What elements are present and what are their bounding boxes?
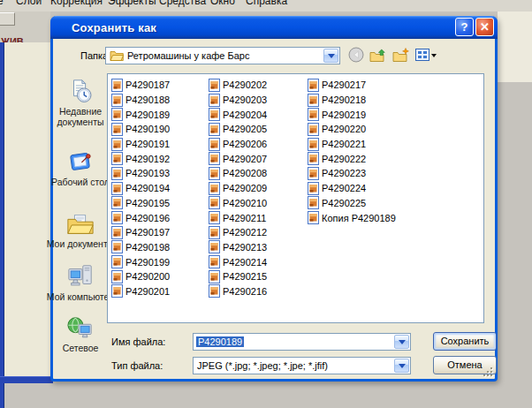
jpeg-file-icon — [308, 152, 319, 165]
jpeg-file-icon — [308, 196, 319, 209]
file-item[interactable]: P4290215 — [209, 269, 267, 284]
dialog-title: Сохранить как — [50, 21, 156, 34]
background-window — [4, 42, 50, 378]
file-list[interactable]: P4290187P4290188P4290189P4290190P4290191… — [107, 73, 484, 323]
menu-item[interactable]: Средства — [159, 0, 206, 7]
file-item[interactable]: P4290192 — [111, 151, 170, 166]
folder-combobox[interactable]: Ретромашины у кафе Барс — [105, 47, 340, 64]
menu-item[interactable]: Коррекция — [50, 0, 103, 7]
close-icon[interactable]: ✕ — [475, 18, 494, 36]
file-item[interactable]: P4290214 — [209, 254, 267, 269]
menu-item[interactable]: Слои — [16, 0, 42, 7]
file-item[interactable]: P4290216 — [209, 284, 267, 299]
chevron-down-icon[interactable] — [323, 49, 338, 63]
resize-grip[interactable] — [483, 366, 493, 377]
file-item[interactable]: P4290203 — [209, 93, 267, 108]
desktop-icon — [67, 147, 94, 175]
jpeg-file-icon — [111, 196, 123, 209]
help-icon[interactable]: ? — [455, 18, 474, 36]
file-item[interactable]: P4290187 — [111, 78, 170, 93]
places-item[interactable]: Мои документы — [55, 208, 106, 249]
jpeg-file-icon — [111, 182, 123, 195]
file-item[interactable]: P4290212 — [209, 225, 267, 240]
file-item[interactable]: P4290199 — [111, 254, 170, 269]
file-name: P4290201 — [125, 286, 170, 297]
file-item[interactable]: P4290217 — [308, 78, 396, 93]
dialog-titlebar[interactable]: Сохранить как ? ✕ — [50, 16, 498, 39]
my-documents-icon — [66, 208, 95, 237]
background-panel-right — [498, 11, 532, 82]
file-item[interactable]: P4290209 — [209, 181, 267, 196]
menu-item[interactable]: Окно — [210, 0, 235, 7]
filename-input[interactable]: P4290189 — [193, 333, 411, 351]
jpeg-file-icon — [209, 226, 220, 239]
file-item[interactable]: P4290189 — [111, 107, 170, 122]
file-item[interactable]: P4290198 — [111, 240, 170, 255]
file-item[interactable]: P4290223 — [308, 166, 396, 181]
file-item[interactable]: P4290222 — [308, 151, 396, 166]
filetype-combobox[interactable]: JPEG (*.jpg; *.jpeg; *.jpe; *.jfif) — [193, 357, 411, 374]
file-item[interactable]: P4290197 — [111, 225, 170, 240]
chevron-down-icon[interactable] — [394, 359, 409, 373]
file-item[interactable]: P4290211 — [209, 210, 267, 225]
file-item[interactable]: P4290205 — [209, 122, 267, 137]
back-icon[interactable] — [348, 47, 364, 63]
filename-value: P4290189 — [196, 336, 244, 347]
file-item[interactable]: P4290190 — [111, 122, 170, 137]
places-item[interactable]: Сетевое — [55, 313, 106, 353]
new-folder-icon[interactable] — [392, 48, 410, 63]
menu-item[interactable]: Справка — [246, 0, 287, 7]
file-item[interactable]: P4290208 — [209, 166, 267, 181]
file-name: P4290200 — [125, 271, 170, 282]
file-item[interactable]: P4290220 — [308, 122, 396, 137]
file-name: P4290195 — [125, 198, 170, 208]
file-item[interactable]: P4290225 — [308, 196, 396, 211]
up-one-level-icon[interactable] — [369, 48, 387, 63]
save-as-dialog: Сохранить как ? ✕ Папка: Ретромашины у к… — [50, 16, 498, 382]
jpeg-file-icon — [308, 94, 319, 107]
file-name: P4290210 — [223, 198, 267, 208]
file-item[interactable]: P4290194 — [111, 181, 170, 196]
file-name: P4290197 — [125, 227, 170, 238]
jpeg-file-icon — [209, 152, 220, 165]
save-button[interactable]: Сохранить — [433, 332, 497, 351]
view-menu-icon[interactable] — [415, 49, 437, 61]
file-item[interactable]: P4290195 — [111, 196, 170, 211]
file-item[interactable]: P4290191 — [111, 137, 170, 152]
file-item[interactable]: P4290196 — [111, 210, 170, 225]
file-item[interactable]: P4290188 — [111, 93, 170, 108]
file-item[interactable]: Копия P4290189 — [308, 210, 396, 225]
file-item[interactable]: P4290200 — [111, 269, 170, 284]
places-item[interactable]: Рабочий стол — [55, 147, 106, 187]
chevron-down-icon[interactable] — [394, 335, 409, 349]
file-name: P4290208 — [223, 168, 267, 178]
file-item[interactable]: P4290210 — [209, 196, 267, 211]
file-item[interactable]: P4290201 — [111, 284, 170, 299]
places-bar: Недавние документыРабочий столМои докуме… — [55, 72, 106, 353]
file-item[interactable]: P4290213 — [209, 240, 267, 255]
places-item[interactable]: Мой компьютер — [55, 261, 106, 302]
file-item[interactable]: P4290202 — [209, 78, 267, 93]
file-name: P4290198 — [125, 242, 170, 253]
filetype-label: Тип файла: — [111, 360, 163, 371]
file-item[interactable]: P4290193 — [111, 166, 170, 181]
jpeg-file-icon — [209, 94, 220, 107]
file-name: P4290194 — [125, 183, 170, 193]
places-item-label: Сетевое — [40, 343, 121, 353]
file-item[interactable]: P4290207 — [209, 151, 267, 166]
places-item[interactable]: Недавние документы — [55, 76, 106, 127]
jpeg-file-icon — [111, 255, 123, 268]
filetype-value: JPEG (*.jpg; *.jpeg; *.jpe; *.jfif) — [197, 360, 328, 371]
file-item[interactable]: P4290221 — [308, 137, 396, 152]
jpeg-file-icon — [209, 167, 220, 180]
menu-item[interactable]: Эффекты — [108, 0, 156, 7]
dialog-toolbar — [348, 46, 437, 64]
file-item[interactable]: P4290224 — [308, 181, 396, 196]
file-item[interactable]: P4290204 — [209, 107, 267, 122]
file-name: P4290223 — [322, 168, 366, 178]
file-column: P4290202P4290203P4290204P4290205P4290206… — [209, 78, 267, 298]
file-item[interactable]: P4290219 — [308, 107, 396, 122]
file-name: P4290206 — [223, 139, 267, 149]
file-item[interactable]: P4290206 — [209, 137, 267, 152]
file-item[interactable]: P4290218 — [308, 93, 396, 108]
